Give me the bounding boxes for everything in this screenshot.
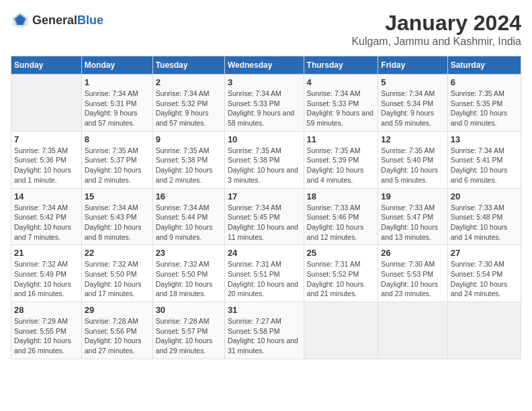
day-info: Sunrise: 7:28 AMSunset: 5:56 PMDaylight:… bbox=[85, 316, 150, 356]
logo-wordmark: GeneralBlue bbox=[32, 13, 103, 28]
day-number: 10 bbox=[228, 134, 301, 144]
day-info: Sunrise: 7:34 AMSunset: 5:42 PMDaylight:… bbox=[14, 203, 79, 242]
daylight: Daylight: 10 hours and 20 minutes. bbox=[228, 280, 298, 298]
day-info: Sunrise: 7:33 AMSunset: 5:46 PMDaylight:… bbox=[307, 203, 375, 242]
column-header-sunday: Sunday bbox=[11, 56, 82, 75]
day-info: Sunrise: 7:35 AMSunset: 5:36 PMDaylight:… bbox=[14, 146, 79, 185]
day-info: Sunrise: 7:34 AMSunset: 5:45 PMDaylight:… bbox=[228, 203, 301, 242]
sunset: Sunset: 5:42 PM bbox=[14, 213, 66, 221]
day-info: Sunrise: 7:35 AMSunset: 5:37 PMDaylight:… bbox=[85, 146, 150, 185]
daylight: Daylight: 10 hours and 13 minutes. bbox=[381, 223, 438, 241]
calendar-cell: 15Sunrise: 7:34 AMSunset: 5:43 PMDayligh… bbox=[81, 188, 152, 245]
sunrise: Sunrise: 7:35 AM bbox=[85, 146, 138, 154]
sunrise: Sunrise: 7:35 AM bbox=[14, 146, 68, 154]
sunrise: Sunrise: 7:34 AM bbox=[156, 203, 210, 212]
sunset: Sunset: 5:45 PM bbox=[228, 213, 280, 221]
sunset: Sunset: 5:53 PM bbox=[381, 270, 433, 278]
daylight: Daylight: 9 hours and 57 minutes. bbox=[156, 109, 209, 127]
day-number: 30 bbox=[156, 305, 222, 315]
day-info: Sunrise: 7:35 AMSunset: 5:35 PMDaylight:… bbox=[451, 89, 518, 128]
day-info: Sunrise: 7:31 AMSunset: 5:51 PMDaylight:… bbox=[228, 259, 301, 299]
day-number: 15 bbox=[85, 191, 150, 201]
calendar-cell: 16Sunrise: 7:34 AMSunset: 5:44 PMDayligh… bbox=[152, 188, 224, 245]
day-number: 29 bbox=[85, 305, 150, 315]
day-number: 2 bbox=[156, 77, 222, 87]
sunrise: Sunrise: 7:31 AM bbox=[307, 260, 361, 268]
calendar-row-3: 14Sunrise: 7:34 AMSunset: 5:42 PMDayligh… bbox=[11, 188, 521, 245]
sunset: Sunset: 5:56 PM bbox=[85, 327, 137, 335]
sunrise: Sunrise: 7:33 AM bbox=[381, 203, 435, 212]
logo-icon bbox=[11, 11, 30, 30]
day-info: Sunrise: 7:34 AMSunset: 5:33 PMDaylight:… bbox=[228, 89, 301, 128]
sunrise: Sunrise: 7:34 AM bbox=[381, 89, 435, 97]
daylight: Daylight: 10 hours and 11 minutes. bbox=[228, 223, 298, 241]
day-number: 11 bbox=[307, 134, 375, 144]
day-info: Sunrise: 7:33 AMSunset: 5:47 PMDaylight:… bbox=[381, 203, 444, 242]
calendar-header-row: SundayMondayTuesdayWednesdayThursdayFrid… bbox=[11, 56, 521, 75]
daylight: Daylight: 10 hours and 29 minutes. bbox=[156, 336, 213, 355]
sunset: Sunset: 5:32 PM bbox=[156, 99, 208, 107]
day-info: Sunrise: 7:35 AMSunset: 5:38 PMDaylight:… bbox=[156, 146, 222, 185]
sunset: Sunset: 5:43 PM bbox=[85, 213, 137, 221]
calendar-cell: 24Sunrise: 7:31 AMSunset: 5:51 PMDayligh… bbox=[224, 245, 304, 302]
day-info: Sunrise: 7:33 AMSunset: 5:48 PMDaylight:… bbox=[451, 203, 518, 242]
sunset: Sunset: 5:51 PM bbox=[228, 270, 280, 278]
sunset: Sunset: 5:35 PM bbox=[451, 99, 503, 107]
sunrise: Sunrise: 7:34 AM bbox=[451, 146, 504, 154]
day-number: 22 bbox=[85, 248, 150, 258]
day-number: 17 bbox=[228, 191, 301, 201]
calendar-cell: 11Sunrise: 7:35 AMSunset: 5:39 PMDayligh… bbox=[304, 131, 378, 188]
sunrise: Sunrise: 7:30 AM bbox=[451, 260, 504, 268]
daylight: Daylight: 10 hours and 4 minutes. bbox=[307, 166, 364, 184]
calendar-cell: 3Sunrise: 7:34 AMSunset: 5:33 PMDaylight… bbox=[224, 75, 304, 132]
daylight: Daylight: 10 hours and 7 minutes. bbox=[14, 223, 71, 241]
sunset: Sunset: 5:57 PM bbox=[156, 327, 208, 335]
daylight: Daylight: 10 hours and 12 minutes. bbox=[307, 223, 364, 241]
calendar-cell: 6Sunrise: 7:35 AMSunset: 5:35 PMDaylight… bbox=[447, 75, 521, 132]
sunrise: Sunrise: 7:34 AM bbox=[307, 89, 361, 97]
daylight: Daylight: 10 hours and 3 minutes. bbox=[228, 166, 298, 184]
sunrise: Sunrise: 7:34 AM bbox=[14, 203, 68, 212]
day-info: Sunrise: 7:27 AMSunset: 5:58 PMDaylight:… bbox=[228, 316, 301, 356]
day-info: Sunrise: 7:31 AMSunset: 5:52 PMDaylight:… bbox=[307, 259, 375, 299]
sunrise: Sunrise: 7:33 AM bbox=[451, 203, 504, 212]
day-number: 19 bbox=[381, 191, 444, 201]
calendar-cell: 22Sunrise: 7:32 AMSunset: 5:50 PMDayligh… bbox=[81, 245, 152, 302]
column-header-monday: Monday bbox=[81, 56, 152, 75]
calendar-cell: 4Sunrise: 7:34 AMSunset: 5:33 PMDaylight… bbox=[304, 75, 378, 132]
sunrise: Sunrise: 7:29 AM bbox=[14, 317, 68, 325]
column-header-thursday: Thursday bbox=[304, 56, 378, 75]
day-info: Sunrise: 7:35 AMSunset: 5:39 PMDaylight:… bbox=[307, 146, 375, 185]
sunrise: Sunrise: 7:34 AM bbox=[85, 203, 138, 212]
daylight: Daylight: 10 hours and 0 minutes. bbox=[451, 109, 508, 127]
logo: GeneralBlue bbox=[11, 11, 103, 30]
calendar-cell: 27Sunrise: 7:30 AMSunset: 5:54 PMDayligh… bbox=[447, 245, 521, 302]
daylight: Daylight: 9 hours and 59 minutes. bbox=[381, 109, 434, 127]
sunset: Sunset: 5:36 PM bbox=[14, 156, 66, 164]
sunset: Sunset: 5:58 PM bbox=[228, 327, 280, 335]
sunset: Sunset: 5:40 PM bbox=[381, 156, 433, 164]
calendar-cell: 9Sunrise: 7:35 AMSunset: 5:38 PMDaylight… bbox=[152, 131, 224, 188]
daylight: Daylight: 10 hours and 14 minutes. bbox=[451, 223, 508, 241]
day-number: 14 bbox=[14, 191, 79, 201]
day-info: Sunrise: 7:32 AMSunset: 5:50 PMDaylight:… bbox=[156, 259, 222, 299]
page-header: GeneralBlue January 2024 Kulgam, Jammu a… bbox=[11, 11, 521, 48]
day-number: 3 bbox=[228, 77, 301, 87]
calendar-cell: 7Sunrise: 7:35 AMSunset: 5:36 PMDaylight… bbox=[11, 131, 82, 188]
logo-blue: Blue bbox=[77, 13, 103, 27]
sunrise: Sunrise: 7:34 AM bbox=[156, 89, 210, 97]
day-number: 23 bbox=[156, 248, 222, 258]
daylight: Daylight: 10 hours and 2 minutes. bbox=[85, 166, 142, 184]
day-info: Sunrise: 7:34 AMSunset: 5:32 PMDaylight:… bbox=[156, 89, 222, 128]
daylight: Daylight: 10 hours and 8 minutes. bbox=[85, 223, 142, 241]
day-number: 9 bbox=[156, 134, 222, 144]
calendar-cell: 21Sunrise: 7:32 AMSunset: 5:49 PMDayligh… bbox=[11, 245, 82, 302]
daylight: Daylight: 10 hours and 2 minutes. bbox=[156, 166, 213, 184]
calendar-row-5: 28Sunrise: 7:29 AMSunset: 5:55 PMDayligh… bbox=[11, 302, 521, 359]
daylight: Daylight: 10 hours and 1 minute. bbox=[14, 166, 71, 184]
daylight: Daylight: 10 hours and 9 minutes. bbox=[156, 223, 213, 241]
day-number: 12 bbox=[381, 134, 444, 144]
day-number: 8 bbox=[85, 134, 150, 144]
calendar-cell: 31Sunrise: 7:27 AMSunset: 5:58 PMDayligh… bbox=[224, 302, 304, 359]
calendar-cell: 19Sunrise: 7:33 AMSunset: 5:47 PMDayligh… bbox=[378, 188, 447, 245]
